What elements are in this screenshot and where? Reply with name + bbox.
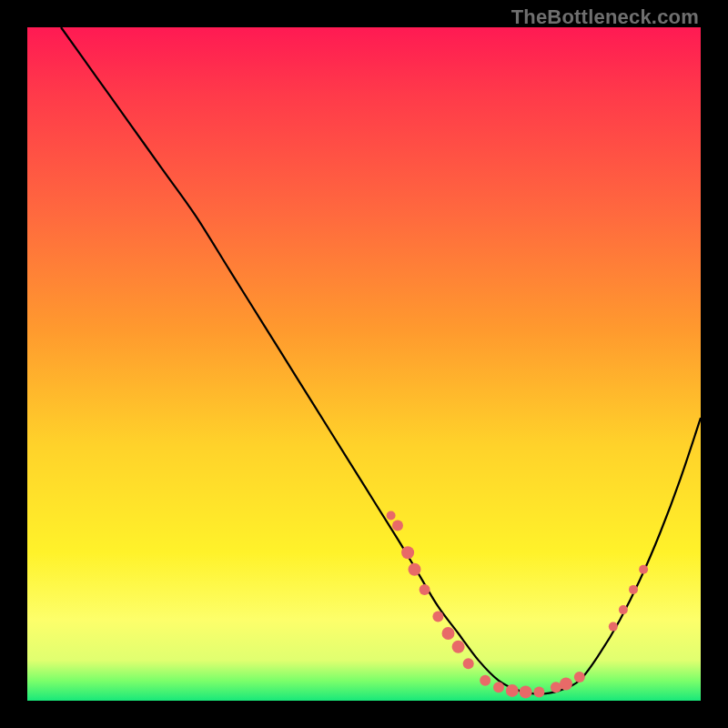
curve-marker: [520, 685, 532, 698]
curve-marker: [609, 622, 618, 632]
curve-marker: [452, 641, 465, 653]
curve-marker: [432, 612, 443, 622]
curve-marker: [629, 585, 638, 594]
curve-marker: [574, 672, 585, 682]
curve-marker: [480, 675, 490, 686]
curve-marker-group: [387, 511, 648, 699]
curve-marker: [387, 511, 396, 521]
curve-marker: [401, 546, 414, 559]
chart-frame: TheBottleneck.com: [0, 0, 728, 728]
curve-marker: [442, 627, 455, 640]
bottleneck-curve-svg: [27, 27, 701, 701]
plot-area: [27, 27, 701, 701]
curve-marker: [493, 682, 504, 693]
curve-marker: [392, 521, 403, 531]
curve-marker: [560, 678, 572, 691]
curve-marker: [533, 686, 544, 697]
curve-marker: [409, 563, 421, 576]
curve-marker: [639, 565, 648, 574]
curve-marker: [463, 658, 474, 669]
bottleneck-curve-line: [61, 27, 701, 694]
watermark-text: TheBottleneck.com: [511, 5, 699, 29]
curve-marker: [420, 584, 430, 595]
curve-marker: [619, 605, 628, 614]
curve-marker: [506, 684, 519, 697]
